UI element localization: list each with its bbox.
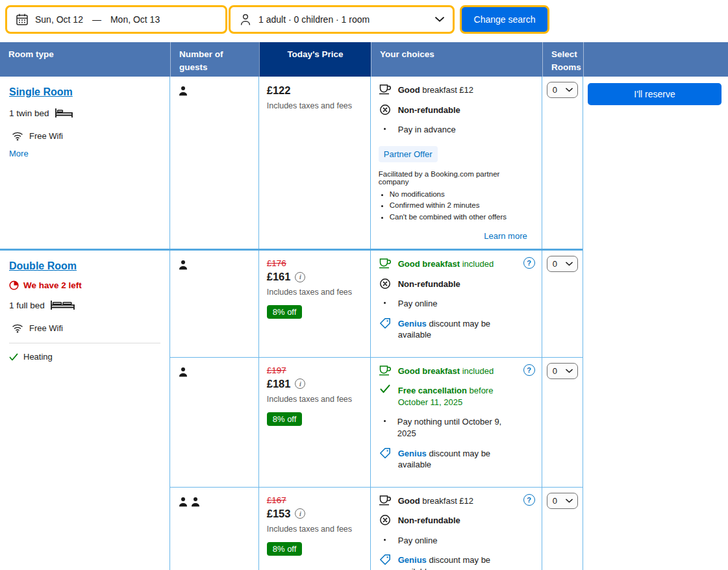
bullet-icon [379,416,391,422]
rates-table: Single Room 1 twin bed Free Wifi More [0,77,583,570]
room-cell-single: Single Room 1 twin bed Free Wifi More [0,77,170,249]
room-quantity-select[interactable]: 0 [547,256,578,272]
wifi-info: Free Wifi [9,323,160,333]
non-refundable-icon [379,278,392,290]
guest-icon [178,497,188,507]
wifi-label: Free Wifi [29,323,63,333]
partner-offer-section: Partner Offer Facilitated by a Booking.c… [379,144,517,241]
genius-label: Genius [398,555,427,565]
coffee-cup-icon [379,365,392,376]
bed-info: 1 full bed [9,300,160,310]
price-cell: £167 £153 i Includes taxes and fees 8% o… [259,488,371,570]
header-room-type: Room type [0,42,170,77]
search-bar: Sun, Oct 12 — Mon, Oct 13 1 adult · 0 ch… [0,0,728,34]
tag-icon [379,447,392,459]
payment-label: Pay in advance [398,124,456,136]
chevron-down-icon [566,369,573,373]
date-separator: — [92,14,101,25]
bullet-icon [379,535,392,541]
rate-option-row: £122 Includes taxes and fees Good breakf… [170,77,583,249]
bed-label: 1 twin bed [9,108,49,118]
reserve-column: I'll reserve [583,77,728,570]
price-cell: £176 £161 i Includes taxes and fees 8% o… [259,251,371,357]
rate-option-row: £176 £161 i Includes taxes and fees 8% o… [170,251,583,357]
partner-offer-facilitated: Facilitated by a Booking.com partner com… [379,170,517,186]
check-in-date: Sun, Oct 12 [35,14,83,25]
select-cell: 0 [542,358,583,487]
tax-note: Includes taxes and fees [267,288,362,297]
breakfast-detail: breakfast £12 [420,85,473,95]
current-price: £153 [267,508,291,520]
learn-more-link[interactable]: Learn more [379,231,527,241]
partner-offer-bullets: No modifications Confirmed within 2 minu… [379,189,517,223]
full-bed-icon [50,300,75,310]
original-price: £197 [267,366,362,375]
rate-option-row: £167 £153 i Includes taxes and fees 8% o… [170,487,583,570]
chevron-down-icon [566,88,573,92]
twin-bed-icon [55,108,73,118]
bed-info: 1 twin bed [9,108,160,118]
check-out-date: Mon, Oct 13 [110,14,160,25]
occupancy-summary: 1 adult · 0 children · 1 room [258,14,370,25]
choices-cell: ? Good breakfast £12 Non-refundable Pay … [371,488,542,570]
question-icon[interactable]: ? [523,257,535,269]
occupancy-field[interactable]: 1 adult · 0 children · 1 room [229,5,455,34]
original-price: £176 [267,258,362,268]
price-info-icon[interactable]: i [295,378,305,389]
genius-line: Genius discount may be available [379,318,517,341]
breakfast-rating: Good breakfast [398,366,460,376]
refund-policy-label: Non-refundable [398,515,460,527]
guests-cell [170,251,259,357]
genius-line: Genius discount may be available [379,448,517,471]
amenity-label: Heating [23,352,53,362]
chevron-down-icon [435,17,444,22]
non-refundable-icon [379,514,392,526]
wifi-icon [12,131,23,141]
question-icon[interactable]: ? [523,364,535,376]
date-range-field[interactable]: Sun, Oct 12 — Mon, Oct 13 [5,5,227,34]
wifi-icon [12,323,23,333]
payment-line: Pay online [379,298,517,310]
payment-label: Pay online [398,535,438,547]
change-search-button[interactable]: Change search [460,5,549,34]
price-cell: £197 £181 i Includes taxes and fees 8% o… [259,358,371,487]
bed-label: 1 full bed [9,301,45,310]
payment-label: Pay online [398,298,438,310]
breakfast-rating: Good [398,496,420,506]
room-quantity-value: 0 [553,259,557,269]
header-todays-price: Today's Price [259,42,371,77]
question-icon[interactable]: ? [523,494,535,506]
breakfast-rating: Good [398,85,420,95]
bullet-icon [379,124,392,130]
tag-icon [379,317,392,329]
refund-policy-line: Non-refundable [379,279,517,290]
header-select-rooms: Select Rooms [542,42,583,77]
divider [9,343,160,343]
breakfast-detail: included [460,366,494,376]
reserve-button[interactable]: I'll reserve [588,83,722,105]
guests-cell [170,488,259,570]
more-link[interactable]: More [9,149,29,158]
payment-label: Pay nothing until October 9, 2025 [397,416,517,439]
choices-cell: Good breakfast £12 Non-refundable Pay in… [371,77,542,249]
original-price: £167 [267,495,362,505]
coffee-cup-icon [379,258,392,269]
room-quantity-select[interactable]: 0 [547,82,578,98]
room-quantity-select[interactable]: 0 [547,363,578,379]
room-title-link-double[interactable]: Double Room [9,260,77,272]
guest-icon [178,367,188,377]
tax-note: Includes taxes and fees [267,525,362,534]
partner-offer-badge[interactable]: Partner Offer [379,146,438,162]
room-quantity-select[interactable]: 0 [547,493,578,509]
breakfast-rating: Good breakfast [398,259,460,269]
payment-line: Pay in advance [379,124,517,136]
breakfast-detail: included [460,259,494,269]
guest-icon [178,260,188,270]
guests-cell [170,77,259,249]
room-title-link-single[interactable]: Single Room [9,86,73,98]
room-quantity-value: 0 [553,85,557,95]
room-quantity-value: 0 [553,496,557,506]
price-info-icon[interactable]: i [295,508,305,519]
person-icon [239,13,252,26]
price-info-icon[interactable]: i [295,272,305,282]
